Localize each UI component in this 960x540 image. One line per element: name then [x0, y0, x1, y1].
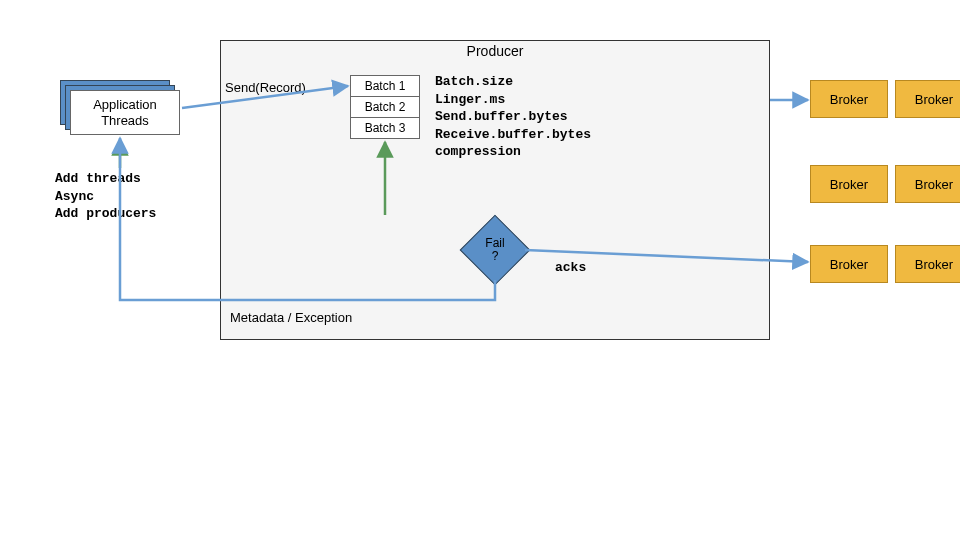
broker-box: Broker: [810, 80, 888, 118]
metadata-exception-label: Metadata / Exception: [230, 310, 352, 325]
application-threads-stack: Application Threads: [60, 80, 180, 135]
hint-line: Async: [55, 188, 156, 206]
config-line: Batch.size: [435, 73, 591, 91]
broker-box: Broker: [895, 80, 960, 118]
config-line: Linger.ms: [435, 91, 591, 109]
batch-item: Batch 3: [350, 117, 420, 139]
application-threads-label: Application Threads: [93, 97, 157, 128]
producer-title: Producer: [221, 41, 769, 65]
acks-label: acks: [555, 260, 586, 275]
config-line: Send.buffer.bytes: [435, 108, 591, 126]
config-line: Receive.buffer.bytes: [435, 126, 591, 144]
fail-decision: Fail ?: [470, 225, 520, 275]
config-line: compression: [435, 143, 591, 161]
broker-box: Broker: [895, 165, 960, 203]
stack-card-front: Application Threads: [70, 90, 180, 135]
broker-box: Broker: [810, 245, 888, 283]
broker-box: Broker: [810, 165, 888, 203]
batch-item: Batch 1: [350, 75, 420, 97]
producer-config-list: Batch.size Linger.ms Send.buffer.bytes R…: [435, 73, 591, 161]
send-record-label: Send(Record): [225, 80, 306, 95]
broker-box: Broker: [895, 245, 960, 283]
hint-line: Add threads: [55, 170, 156, 188]
fail-label: Fail ?: [470, 225, 520, 275]
batch-item: Batch 2: [350, 96, 420, 118]
batch-list: Batch 1 Batch 2 Batch 3: [350, 75, 420, 138]
thread-hints: Add threads Async Add producers: [55, 170, 156, 223]
hint-line: Add producers: [55, 205, 156, 223]
